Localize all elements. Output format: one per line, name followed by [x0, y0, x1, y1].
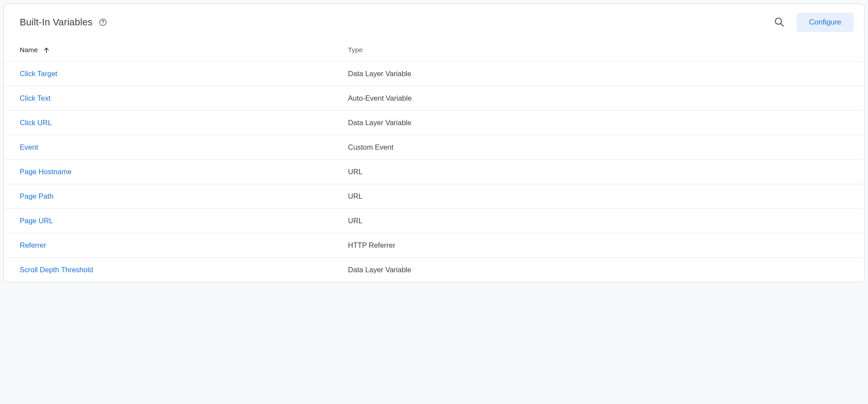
- cell-type: Custom Event: [348, 135, 864, 159]
- variable-name-link[interactable]: Page Path: [20, 192, 53, 200]
- variable-name-link[interactable]: Click Target: [20, 70, 57, 77]
- table-row: Click TextAuto-Event Variable: [4, 86, 864, 110]
- cell-type: HTTP Referrer: [348, 233, 864, 257]
- cell-name: Page URL: [4, 208, 348, 233]
- svg-point-1: [103, 24, 104, 24]
- cell-type: URL: [348, 184, 864, 208]
- column-header-name[interactable]: Name: [4, 36, 348, 61]
- table-row: Page URLURL: [4, 208, 864, 233]
- cell-name: Referrer: [4, 233, 348, 257]
- variable-name-link[interactable]: Click Text: [20, 94, 50, 102]
- configure-button[interactable]: Configure: [797, 13, 854, 32]
- cell-name: Click Text: [4, 86, 348, 110]
- svg-line-3: [781, 23, 783, 26]
- built-in-variables-card: Built-In Variables Configure: [4, 4, 864, 282]
- help-icon[interactable]: [99, 18, 107, 27]
- variable-name-link[interactable]: Click URL: [20, 119, 52, 126]
- variable-name-link[interactable]: Page Hostname: [20, 168, 71, 176]
- table-row: EventCustom Event: [4, 135, 864, 159]
- table-row: ReferrerHTTP Referrer: [4, 233, 864, 257]
- cell-type: Auto-Event Variable: [348, 86, 864, 110]
- table-row: Page HostnameURL: [4, 159, 864, 184]
- search-button[interactable]: [769, 13, 789, 32]
- cell-type: URL: [348, 208, 864, 233]
- column-header-type-label: Type: [348, 46, 363, 53]
- cell-type: Data Layer Variable: [348, 61, 864, 86]
- cell-name: Page Path: [4, 184, 348, 208]
- cell-type: URL: [348, 159, 864, 184]
- table-row: Click URLData Layer Variable: [4, 110, 864, 135]
- variables-table: Name Type Click TargetData Layer Variabl…: [4, 36, 864, 282]
- cell-type: Data Layer Variable: [348, 110, 864, 135]
- variable-name-link[interactable]: Page URL: [20, 217, 53, 225]
- column-header-name-label: Name: [20, 46, 38, 53]
- arrow-up-icon: [42, 46, 50, 54]
- cell-name: Click Target: [4, 61, 348, 86]
- table-row: Page PathURL: [4, 184, 864, 208]
- column-header-type[interactable]: Type: [348, 36, 864, 61]
- card-header: Built-In Variables Configure: [4, 4, 864, 36]
- cell-name: Page Hostname: [4, 159, 348, 184]
- table-row: Scroll Depth ThresholdData Layer Variabl…: [4, 257, 864, 282]
- cell-name: Scroll Depth Threshold: [4, 257, 348, 282]
- cell-type: Data Layer Variable: [348, 257, 864, 282]
- table-row: Click TargetData Layer Variable: [4, 61, 864, 86]
- variable-name-link[interactable]: Scroll Depth Threshold: [20, 266, 93, 274]
- search-icon: [773, 16, 785, 29]
- variable-name-link[interactable]: Referrer: [20, 241, 46, 249]
- card-title: Built-In Variables: [20, 17, 92, 28]
- variable-name-link[interactable]: Event: [20, 143, 38, 151]
- cell-name: Click URL: [4, 110, 348, 135]
- cell-name: Event: [4, 135, 348, 159]
